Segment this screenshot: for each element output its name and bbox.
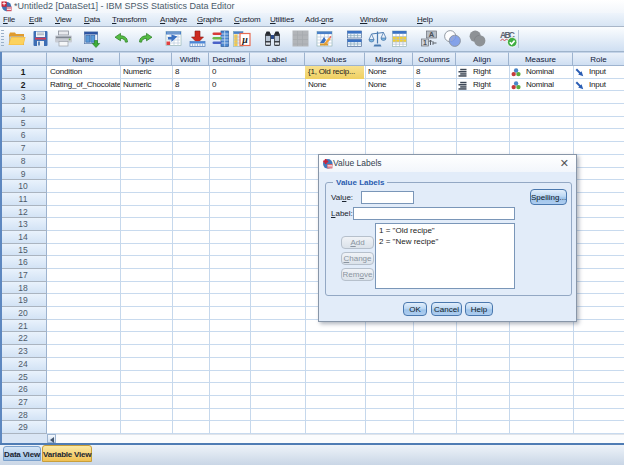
svg-text:A: A xyxy=(428,30,434,39)
svg-text:μ: μ xyxy=(241,34,248,45)
svg-text:1: 1 xyxy=(423,39,427,46)
